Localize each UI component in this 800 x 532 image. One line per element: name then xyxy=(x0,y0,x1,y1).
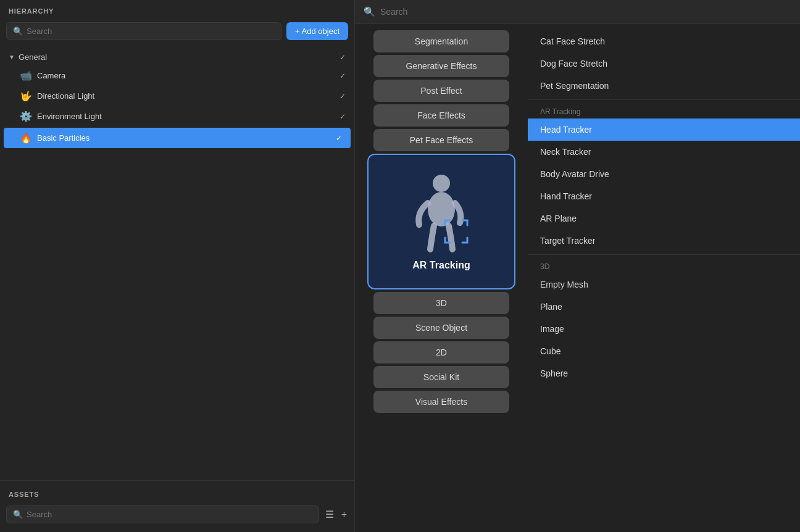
assets-search-box[interactable]: 🔍 xyxy=(6,505,319,523)
category-visual-effects[interactable]: Visual Effects xyxy=(373,391,509,413)
top-search-icon: 🔍 xyxy=(364,6,375,17)
list-item-sphere[interactable]: Sphere xyxy=(528,362,800,384)
svg-point-0 xyxy=(433,175,450,192)
category-scene-object[interactable]: Scene Object xyxy=(373,317,509,339)
directional-light-check: ✓ xyxy=(340,92,346,101)
category-post-effect[interactable]: Post Effect xyxy=(373,80,509,102)
search-icon: 🔍 xyxy=(13,27,23,36)
list-item-image[interactable]: Image xyxy=(528,318,800,340)
section-ar-tracking: AR Tracking xyxy=(528,102,800,118)
environment-light-check: ✓ xyxy=(340,112,346,121)
items-list: Cat Face Stretch Dog Face Stretch Pet Se… xyxy=(528,24,800,532)
list-item-body-avatar-drive[interactable]: Body Avatar Drive xyxy=(528,163,800,185)
main-content: Segmentation Generative Effects Post Eff… xyxy=(355,24,800,532)
category-segmentation[interactable]: Segmentation xyxy=(373,30,509,52)
category-3d[interactable]: 3D xyxy=(373,292,509,314)
list-item-empty-mesh[interactable]: Empty Mesh xyxy=(528,273,800,296)
list-item-head-tracker[interactable]: Head Tracker xyxy=(528,118,800,141)
hierarchy-list: ▼ General ✓ 📹 Camera ✓ 🤟 Directional Lig… xyxy=(0,46,354,152)
basic-particles-check: ✓ xyxy=(336,134,342,143)
hierarchy-item-directional-light[interactable]: 🤟 Directional Light ✓ xyxy=(0,86,354,106)
top-search-input[interactable] xyxy=(380,7,791,17)
basic-particles-icon: 🔥 xyxy=(20,132,32,144)
camera-check: ✓ xyxy=(340,72,346,80)
left-panel: HIERARCHY 🔍 + Add object ▼ General ✓ 📹 C… xyxy=(0,0,355,532)
group-check-icon: ✓ xyxy=(340,53,346,62)
hierarchy-search-box[interactable]: 🔍 xyxy=(6,22,281,40)
top-search-bar[interactable]: 🔍 xyxy=(355,0,800,24)
list-item-cube[interactable]: Cube xyxy=(528,340,800,362)
environment-light-label: Environment Light xyxy=(37,112,102,121)
divider-2 xyxy=(528,254,800,255)
hierarchy-item-environment-light[interactable]: ⚙️ Environment Light ✓ xyxy=(0,106,354,127)
hierarchy-search-row: 🔍 + Add object xyxy=(0,20,354,46)
list-item-plane[interactable]: Plane xyxy=(528,296,800,318)
directional-light-label: Directional Light xyxy=(37,91,94,101)
category-column: Segmentation Generative Effects Post Eff… xyxy=(355,24,528,532)
ar-tracking-figure xyxy=(410,172,472,252)
svg-point-1 xyxy=(428,192,455,227)
assets-search-input[interactable] xyxy=(27,510,312,519)
environment-light-icon: ⚙️ xyxy=(20,110,32,122)
add-object-button[interactable]: + Add object xyxy=(286,22,348,40)
list-item-neck-tracker[interactable]: Neck Tracker xyxy=(528,141,800,163)
add-asset-button[interactable]: + xyxy=(340,508,348,522)
directional-light-icon: 🤟 xyxy=(20,90,32,102)
filter-button[interactable]: ☰ xyxy=(324,507,335,522)
hierarchy-item-basic-particles[interactable]: 🔥 Basic Particles ✓ xyxy=(4,128,351,148)
camera-label: Camera xyxy=(37,71,65,80)
assets-title: ASSETS xyxy=(0,487,354,503)
group-general-label: General xyxy=(19,52,47,62)
list-item-dog-face-stretch[interactable]: Dog Face Stretch xyxy=(528,52,800,75)
category-face-effects[interactable]: Face Effects xyxy=(373,104,509,127)
assets-section: ASSETS 🔍 ☰ + xyxy=(0,480,354,532)
chevron-down-icon: ▼ xyxy=(9,54,15,60)
right-side: 🔍 Segmentation Generative Effects Post E… xyxy=(355,0,800,532)
assets-search-icon: 🔍 xyxy=(13,510,23,519)
section-3d: 3D xyxy=(528,257,800,273)
hierarchy-search-input[interactable] xyxy=(27,27,275,36)
basic-particles-label: Basic Particles xyxy=(37,133,90,143)
hierarchy-item-camera[interactable]: 📹 Camera ✓ xyxy=(0,65,354,86)
list-item-hand-tracker[interactable]: Hand Tracker xyxy=(528,185,800,207)
hierarchy-title: HIERARCHY xyxy=(0,0,354,20)
category-ar-tracking[interactable]: AR Tracking xyxy=(367,154,515,289)
category-social-kit[interactable]: Social Kit xyxy=(373,366,509,388)
list-item-cat-face-stretch[interactable]: Cat Face Stretch xyxy=(528,30,800,52)
camera-icon: 📹 xyxy=(20,70,32,81)
assets-search-row: 🔍 ☰ + xyxy=(0,503,354,526)
ar-tracking-label: AR Tracking xyxy=(412,260,470,271)
list-item-target-tracker[interactable]: Target Tracker xyxy=(528,230,800,252)
category-2d[interactable]: 2D xyxy=(373,341,509,364)
list-item-pet-segmentation[interactable]: Pet Segmentation xyxy=(528,75,800,97)
category-pet-face-effects[interactable]: Pet Face Effects xyxy=(373,129,509,151)
list-item-ar-plane[interactable]: AR Plane xyxy=(528,207,800,230)
group-general[interactable]: ▼ General ✓ xyxy=(0,49,354,65)
category-generative-effects[interactable]: Generative Effects xyxy=(373,55,509,77)
divider xyxy=(528,99,800,100)
